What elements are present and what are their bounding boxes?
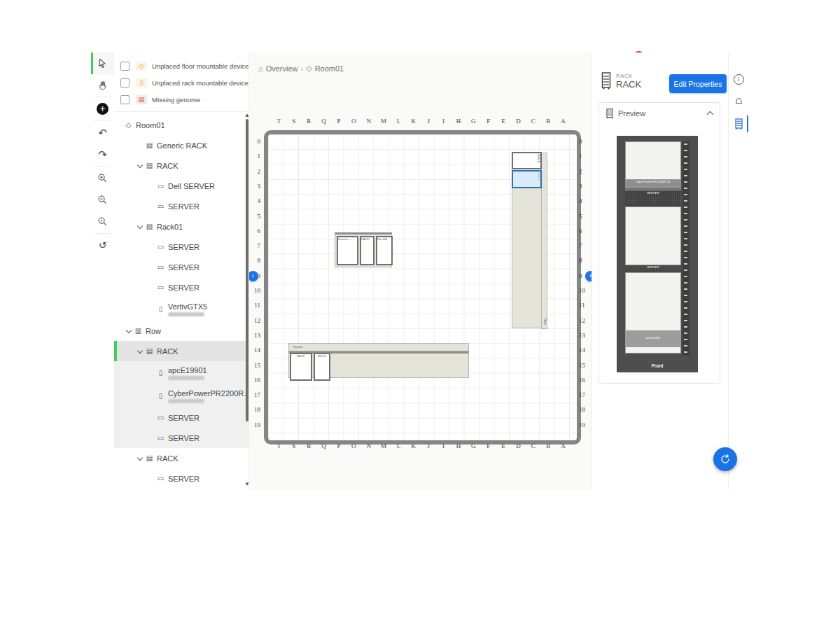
tree-item-server[interactable]: ▭SERVER [114, 237, 248, 257]
zoom-fit-button[interactable] [91, 211, 114, 232]
filter-row-floor[interactable]: ◇Unplaced floor mountable devices [114, 57, 248, 74]
rack-tab-active[interactable] [729, 113, 748, 135]
tree-item-server[interactable]: ▭SERVER [114, 428, 248, 448]
grid-column-label: E [501, 118, 505, 125]
rack-unit-rail [682, 141, 690, 356]
preview-device [625, 346, 681, 354]
tree-item-dell-server[interactable]: ▭Dell SERVER [114, 176, 248, 196]
u-tick [684, 232, 687, 233]
checkbox[interactable] [120, 78, 130, 88]
tree-item-server[interactable]: ▭SERVER [114, 277, 248, 298]
tree-item-apce19901[interactable]: ▯apcE19901 [114, 361, 248, 384]
undo-button[interactable]: ↶ [91, 122, 114, 144]
rack-icon [606, 108, 613, 119]
grid-row-label: 12 [579, 317, 589, 324]
alarms-button[interactable] [729, 90, 748, 113]
filter-row-rackm[interactable]: ▯Unplaced rack mountable devices [114, 74, 248, 91]
zoom-out-button[interactable] [91, 189, 114, 211]
checkbox[interactable] [120, 62, 130, 71]
chevron-down-icon[interactable] [135, 164, 145, 167]
preview-device [625, 272, 681, 331]
tree-item-cyberpowerpr2200r[interactable]: ▯CyberPowerPR2200R… [114, 384, 248, 407]
collapse-icon[interactable] [707, 111, 714, 118]
tree-item-row[interactable]: ▥Row [114, 321, 248, 341]
grid-row-label: 16 [251, 377, 260, 384]
filter-label: Unplaced floor mountable devices [152, 62, 248, 70]
icon-rack: ▤ [145, 141, 154, 149]
edit-properties-button[interactable]: Edit Properties [669, 74, 727, 93]
floorplan-canvas[interactable]: ⌂ Overview › ◇ Room01 TTSSRRQQPPOONNMMLL… [248, 52, 592, 490]
tree-item-rack[interactable]: ▤RACK [114, 341, 248, 361]
floor-icon: ◇ [136, 62, 147, 71]
tree-item-server[interactable]: ▭SERVER [114, 468, 248, 489]
tree-label-wrap: SERVER [168, 475, 200, 483]
tree-item-server[interactable]: ▭SERVER [114, 196, 248, 216]
grid-column-label: F [486, 442, 490, 449]
grid-column-label: K [412, 118, 416, 125]
u-tick [684, 301, 687, 302]
canvas-rack-selected[interactable]: RACK [512, 170, 542, 188]
grid-column-label: O [351, 442, 356, 449]
redacted-text [168, 399, 204, 403]
grid-row-label: 2 [251, 168, 260, 175]
canvas-rack[interactable]: Generic… [337, 236, 358, 265]
chevron-down-icon[interactable] [124, 330, 134, 332]
tree-item-rack[interactable]: ▤RACK [114, 448, 248, 468]
canvas-rack[interactable]: RACK [512, 152, 542, 169]
checkbox[interactable] [120, 95, 130, 104]
tree-label-wrap: SERVER [168, 263, 200, 272]
tree-item-room01[interactable]: ◇Room01 [114, 115, 248, 135]
grid-column-label: L [397, 442, 401, 449]
canvas-rack[interactable]: RACK [360, 236, 374, 265]
grid-column-label: B [546, 442, 550, 449]
row01-label-strip[interactable]: Row01 [288, 343, 469, 351]
tree-item-label: RACK [157, 454, 178, 463]
row-empty-area[interactable] [512, 188, 542, 328]
row-label: Row [544, 318, 547, 325]
u-tick [684, 314, 687, 315]
tree-item-label: SERVER [168, 475, 200, 483]
history-icon: ↺ [99, 240, 107, 251]
canvas-rack[interactable]: RV-Inf [314, 353, 330, 381]
tree-item-vertivgtx5[interactable]: ▯VertivGTX5 [114, 298, 248, 321]
select-tool-button[interactable] [91, 52, 114, 74]
grid-column-label: P [337, 118, 340, 125]
rack-cluster[interactable]: Generic… RACK Rack01 [335, 232, 392, 267]
redo-button[interactable]: ↷ [91, 144, 114, 165]
tree-item-server[interactable]: ▭SERVER [114, 257, 248, 277]
u-tick [684, 276, 687, 277]
tree-item-server[interactable]: ▭SERVER [114, 407, 248, 428]
u-tick [684, 213, 687, 214]
rack-label: RV-Inf [317, 354, 327, 358]
filter-row-genome[interactable]: ▤Missing genome [114, 91, 248, 108]
preview-device [625, 141, 681, 180]
grid-column-label: G [471, 118, 476, 125]
grid-row-label: 1 [251, 153, 260, 160]
tree-label-wrap: RACK [157, 454, 178, 463]
rack-device-column: CyberPowerPR2200RTXLSERVERSERVERapcE1990… [625, 141, 681, 354]
zoom-in-button[interactable] [91, 167, 114, 189]
chevron-down-icon[interactable] [135, 457, 145, 460]
add-tool-button[interactable]: + [91, 98, 114, 120]
tree-item-rack01[interactable]: ▤Rack01 [114, 216, 248, 237]
chevron-down-icon[interactable] [135, 225, 145, 228]
grid-row-label: 16 [579, 377, 589, 384]
info-button[interactable]: i [729, 68, 748, 90]
tree-item-generic-rack[interactable]: ▤Generic RACK [114, 135, 248, 155]
bell-icon [734, 97, 743, 106]
history-button[interactable]: ↺ [91, 234, 114, 256]
tree-item-label: VertivGTX5 [168, 302, 207, 311]
pan-left-button[interactable]: ‹ [248, 271, 258, 281]
canvas-rack[interactable]: RACK [290, 353, 312, 381]
preview-card-header[interactable]: Preview [599, 103, 720, 124]
preview-title: Preview [618, 109, 703, 118]
floating-action-button[interactable] [713, 447, 737, 471]
pan-tool-button[interactable] [91, 74, 114, 96]
tree-item-rack[interactable]: ▤RACK [114, 155, 248, 176]
tree-item-row01[interactable]: ▥Row01 [114, 489, 248, 490]
chevron-down-icon[interactable] [135, 350, 145, 353]
canvas-rack[interactable]: Rack01 [376, 236, 393, 265]
home-icon: ⌂ [258, 64, 263, 73]
breadcrumb-overview[interactable]: Overview [266, 64, 298, 73]
row-container-vertical[interactable]: Row [541, 153, 547, 329]
